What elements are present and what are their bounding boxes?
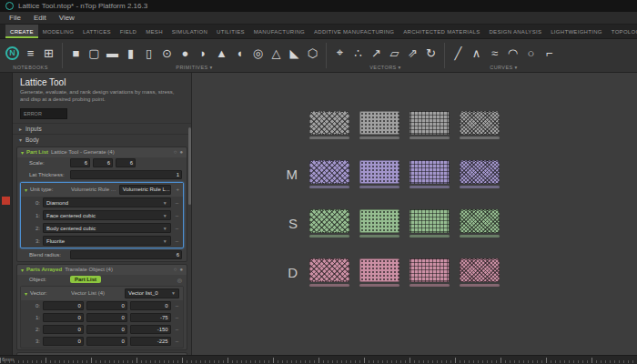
tab-lattices[interactable]: LATTICES [78,25,116,38]
block-parts-arrayed-header[interactable]: ▾ Parts Arrayed Translate Object (4) ○ ● [17,265,187,275]
unit-type-header[interactable]: ▾ Unit type: Volumetric Rule List (4) Vo… [21,183,183,197]
blend-radius-input[interactable]: 6 [70,250,182,259]
info-icon[interactable]: ○ [174,267,177,272]
remove-icon[interactable]: ‒ [174,213,178,218]
lat-thickness-input[interactable]: 1 [70,170,182,179]
vector-y-input[interactable]: 0 [86,313,127,322]
vector-x-input[interactable]: 0 [43,301,84,310]
tab-additive-manufacturing[interactable]: ADDITIVE MANUFACTURING [309,25,399,38]
lattice-part[interactable] [309,258,349,287]
prism-icon[interactable]: ◣ [286,43,303,63]
vector-y-input[interactable]: 0 [86,325,127,334]
tab-topology-optimization[interactable]: TOPOLOGY OPTIMIZATION [607,25,637,38]
vector-icon[interactable]: ↗ [368,43,385,63]
hemisphere-icon[interactable]: ◗ [195,43,212,63]
scale-z-input[interactable]: 6 [116,158,136,167]
remove-icon[interactable]: ‒ [174,303,178,308]
vector-header[interactable]: ▾ Vector: Vector List (4) Vector list_0 … [21,287,183,300]
object-chip[interactable]: Part List [70,276,101,283]
polyline-icon[interactable]: ∧ [468,43,485,63]
vector-z-input[interactable]: -150 [130,325,171,334]
lattice-part[interactable] [410,111,450,139]
extrude-icon[interactable]: ⌐ [541,43,558,63]
rounded-box-icon[interactable]: ▢ [86,43,103,63]
lattice-part[interactable] [460,160,500,188]
remove-icon[interactable]: ‒ [174,238,178,244]
lattice-part[interactable] [309,209,349,238]
point-icon[interactable]: ⌖ [331,43,349,63]
remove-icon[interactable]: ‒ [174,339,178,344]
rounded-cylinder-icon[interactable]: ▯ [140,43,157,63]
arc-icon[interactable]: ◠ [504,43,521,63]
plane-icon[interactable]: ▱ [386,43,403,63]
vector-z-input[interactable]: 0 [130,301,171,310]
lattice-part[interactable] [410,258,450,287]
tab-modeling[interactable]: MODELING [38,25,78,38]
tab-architected-materials[interactable]: ARCHITECTED MATERIALS [399,25,484,38]
lattice-part[interactable] [460,209,500,238]
slab-icon[interactable]: ▬ [104,43,121,63]
toolbar-group-label-notebooks[interactable]: NOTEBOOKS [4,65,57,72]
scale-x-input[interactable]: 6 [70,158,90,167]
toolbar-group-label-vectors[interactable]: VECTORS ▾ [331,65,440,72]
status-box[interactable]: ERROR [20,108,67,119]
vector-x-input[interactable]: 0 [43,313,84,322]
lattice-part[interactable] [410,160,450,188]
section-inputs[interactable]: ▸ Inputs [13,123,191,134]
remove-icon[interactable]: ‒ [174,226,178,231]
scale-vector-icon[interactable]: ⇗ [404,43,421,63]
tab-design-analysis[interactable]: DESIGN ANALYSIS [484,25,546,38]
tab-lightweighting[interactable]: LIGHTWEIGHTING [546,25,607,38]
point-cloud-icon[interactable]: ∴ [349,43,367,63]
ntop-logo-icon[interactable]: N [4,43,21,63]
menu-view[interactable]: View [59,14,75,22]
spline-icon[interactable]: ≈ [486,43,503,63]
vector-dropdown[interactable]: Vector list_0 ▼ [125,288,179,298]
unit-rule-dropdown[interactable]: Body centered cubic▼ [43,223,171,233]
lattice-part[interactable] [359,160,399,188]
sphere-icon[interactable]: ● [177,43,194,63]
add-icon[interactable]: + [174,187,179,192]
unit-rule-dropdown[interactable]: Face centered cubic▼ [43,210,171,220]
rotate-axis-icon[interactable]: ↻ [422,43,440,63]
capsule-icon[interactable]: ◖ [231,43,248,63]
info-icon[interactable]: ○ [174,149,177,155]
section-body[interactable]: ▾ Body [13,134,191,145]
tab-simulation[interactable]: SIMULATION [167,25,212,38]
unit-rule-dropdown[interactable]: Fluorite▼ [43,236,171,246]
notebook-grid-icon[interactable]: ⊞ [40,43,57,63]
lattice-part[interactable] [460,111,500,139]
toolbar-group-label-primitives[interactable]: PRIMITIVES ▾ [67,65,321,72]
lattice-part[interactable] [359,111,399,139]
cone-icon[interactable]: ▲ [213,43,230,63]
tab-mesh[interactable]: MESH [141,25,167,38]
vector-x-input[interactable]: 0 [43,337,84,346]
visibility-icon[interactable]: ● [179,149,183,155]
unit-type-group[interactable]: ▾ Unit type: Volumetric Rule List (4) Vo… [20,182,184,248]
vector-group[interactable]: ▾ Vector: Vector List (4) Vector list_0 … [20,286,184,349]
lattice-part[interactable] [359,209,399,238]
notebook-list-icon[interactable]: ≡ [22,43,39,63]
polyhedron-icon[interactable]: ⬡ [304,43,321,63]
visibility-icon[interactable]: ● [179,267,183,272]
line-icon[interactable]: ╱ [450,43,467,63]
viewport[interactable]: MSD [192,73,637,355]
menu-edit[interactable]: Edit [34,14,46,22]
unit-type-dropdown[interactable]: Volumetric Rule L... ▼ [119,185,172,195]
remove-icon[interactable]: ‒ [174,327,178,332]
panel-scrollbar[interactable] [188,127,191,205]
tab-create[interactable]: CREATE [5,25,38,38]
vector-y-input[interactable]: 0 [86,337,127,346]
vector-y-input[interactable]: 0 [86,301,127,310]
lattice-part[interactable] [359,258,399,287]
tab-field[interactable]: FIELD [116,25,142,38]
cylinder-icon[interactable]: ▮ [122,43,139,63]
target-icon[interactable]: ◎ [177,277,182,283]
block-part-list-header[interactable]: ▾ Part List Lattice Tool - Generate (4) … [17,147,187,157]
toolbar-group-label-curves[interactable]: CURVES ▾ [450,65,558,72]
vector-x-input[interactable]: 0 [43,325,84,334]
lattice-part[interactable] [309,111,349,139]
torus-icon[interactable]: ◎ [249,43,267,63]
scale-y-input[interactable]: 6 [93,158,113,167]
lattice-part[interactable] [460,258,500,287]
